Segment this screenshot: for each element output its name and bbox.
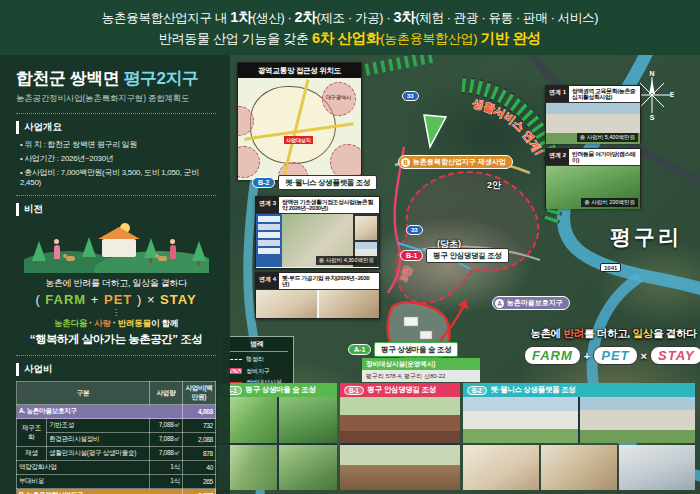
link4-tag: 연계 4	[256, 273, 279, 289]
dog-icon	[66, 256, 75, 261]
rendering-photo	[463, 397, 578, 443]
section-a-label: A. 농촌마을보호지구	[17, 405, 183, 419]
header-l2-b2: 기반 완성	[481, 30, 542, 46]
rendering-photo	[340, 445, 460, 491]
tree-belt-top	[350, 57, 432, 73]
qty-cell: 1식	[150, 461, 183, 475]
header-l2-s2: (농촌융복합산업)	[380, 31, 480, 46]
vo-s4: 일상	[633, 327, 653, 339]
b2-label: 펫·웰니스 상생플랫폼 조성	[278, 175, 377, 190]
overview-budget: 총사업비 : 7,000백만원(국비 3,500, 도비 1,050, 군비 2…	[20, 167, 216, 187]
header-l1-b3: 3차	[393, 9, 415, 25]
name-cell: 역량강화사업	[17, 461, 150, 475]
col-qty: 사업량	[150, 382, 183, 405]
info-row	[258, 216, 280, 222]
rendering-photo	[580, 397, 695, 443]
regional-access-inset-map: 광역교통망 접근성 위치도 대구광역시 사업대상지	[237, 62, 362, 180]
legend-item-boundary: 행정리	[226, 355, 288, 364]
b1-callout: B-1 평구 안심댕댕길 조성	[400, 248, 509, 263]
paren: )	[132, 292, 142, 307]
site-building	[420, 331, 432, 339]
slogan-part: 사랑	[94, 318, 111, 328]
title-prefix: 합천군 쌍백면	[16, 69, 123, 88]
road-number-1041: 1041	[600, 263, 621, 272]
cost-cell: 2,088	[183, 433, 216, 447]
link1-note: 총 사업비 5,400백만원	[577, 133, 638, 142]
table-row: 역량강화사업 1식 40	[17, 461, 216, 475]
road-shield-33: 33	[402, 91, 419, 101]
b1-photos	[340, 397, 460, 490]
link4-photo	[319, 290, 380, 318]
pet-badge: PET	[593, 346, 637, 365]
budget-header-row: 구분 사업량 사업비(백만원)	[17, 382, 216, 405]
road-shield-33b: 33	[406, 225, 423, 235]
header-l1-b2: 2차	[295, 9, 317, 25]
house-roof-icon	[98, 227, 140, 239]
rendering-photo	[541, 445, 617, 491]
inset-map-body: 대구광역시 사업대상지	[238, 78, 361, 180]
link2-tag: 연계 2	[546, 149, 569, 165]
a1-strip-label: 평구 상생마을 숲 조성	[246, 385, 316, 395]
compass-e: E	[670, 91, 674, 98]
plus-word: +	[86, 292, 104, 307]
pet-word: PET	[104, 292, 132, 307]
divider	[16, 113, 216, 114]
rendering-photo	[279, 445, 338, 491]
link2-body: 총 사업비 200백만원	[546, 166, 640, 209]
vo-s5: 을 곁하다	[653, 327, 696, 339]
a1-detail-address: 평구리 578-4, 평구리 산80-22	[362, 370, 480, 382]
header-l1-s2: (생산) ·	[252, 11, 294, 25]
b1-label: 평구 안심댕댕길 조성	[426, 248, 508, 263]
header-line2: 반려동물 산업 기능을 갖춘 6차 산업화(농촌융복합산업) 기반 완성	[159, 29, 541, 48]
farm-pet-stay-badges: FARM + PET × STAY	[524, 346, 700, 365]
overview-period: 사업기간 : 2026년~2030년	[20, 153, 216, 164]
plus-sign: +	[584, 350, 590, 362]
tree-icon	[82, 237, 96, 257]
section-b-row: B. 농촌융복합산업지구 2,997	[17, 489, 216, 494]
slogan-part: 이 함께	[151, 318, 178, 328]
link1-tag: 연계 1	[546, 86, 569, 102]
slogan-part: 농촌다움	[54, 318, 87, 328]
name-cell: 환경관리시설정비	[47, 433, 150, 447]
a1-badge: A-1	[348, 344, 371, 355]
cost-cell: 878	[183, 447, 216, 461]
b1-strip-header: B-1평구 안심댕댕길 조성	[340, 383, 460, 397]
cost-cell: 265	[183, 475, 216, 489]
divider	[16, 195, 216, 196]
link4-title: 펫·푸드 가공기업 유치(2026년~2030년)	[279, 273, 379, 289]
farm-badge: FARM	[524, 346, 581, 365]
site-building	[404, 317, 418, 326]
a1-label: 평구 상생마을 숲 조성	[374, 342, 458, 357]
header-line1: 농촌융복합산업지구 내 1차(생산) · 2차(제조 · 가공) · 3차(체험…	[102, 8, 598, 27]
rendering-photo	[463, 445, 539, 491]
name-cell: 기반조성	[47, 419, 150, 433]
section-b-label: B. 농촌융복합산업지구	[17, 489, 183, 494]
rendering-photo	[619, 445, 695, 491]
rendering-photo	[279, 397, 338, 443]
stay-word: STAY	[160, 292, 197, 307]
slogan-part: 반려동물	[118, 318, 151, 328]
budget-table: 구분 사업량 사업비(백만원) A. 농촌마을보호지구 4,003 재구조화 기…	[16, 381, 216, 494]
times-word: ×	[142, 292, 160, 307]
zone-a-pill: A 농촌마을보호지구	[492, 296, 570, 310]
zone-a-badge: A	[495, 299, 504, 308]
cost-cell: 732	[183, 419, 216, 433]
info-row	[258, 232, 280, 238]
vision-line1: 농촌에 반려를 더하고, 일상을 곁하다	[16, 277, 216, 290]
section-b-total: 2,997	[183, 489, 216, 494]
zone-a-label: 농촌마을보호지구	[507, 298, 563, 308]
left-info-sidebar: 합천군 쌍백면 평구2지구 농촌공간정비사업(농촌특화지구형) 종합계획도 사업…	[0, 55, 230, 494]
vo-s2: 반려	[564, 327, 584, 339]
project-subtitle: 농촌공간정비사업(농촌특화지구형) 종합계획도	[16, 93, 216, 105]
farm-word: FARM	[45, 292, 86, 307]
col-category: 구분	[17, 382, 150, 405]
header-l2-s1: 반려동물 산업 기능을 갖춘	[159, 31, 312, 46]
divider	[16, 355, 216, 356]
b1-strip-badge: B-1	[344, 386, 364, 395]
city-circle-southwest	[238, 146, 260, 178]
b1-strip-label: 평구 안심댕댕길 조성	[368, 385, 436, 395]
link3-tag: 연계 3	[256, 197, 279, 213]
vision-formula: ( FARM + PET ) × STAY	[16, 292, 216, 307]
b2-callout: B-2 펫·웰니스 상생플랫폼 조성	[252, 175, 377, 190]
b2-strip-badge: B-2	[467, 386, 487, 395]
